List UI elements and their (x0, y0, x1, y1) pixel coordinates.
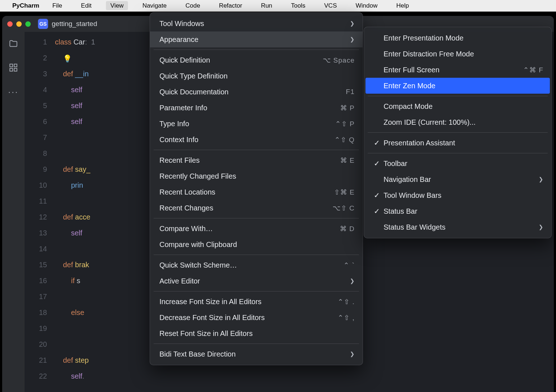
menu-item-compare-with[interactable]: Compare With…⌘ D (150, 221, 363, 237)
menu-item-recent-files[interactable]: Recent Files⌘ E (150, 152, 363, 168)
intention-bulb-icon[interactable]: 💡 (63, 51, 72, 67)
code-line[interactable]: self. (55, 368, 95, 384)
menubar-item-refactor[interactable]: Refactor (215, 1, 247, 10)
menu-item-quick-definition[interactable]: Quick Definition⌥ Space (150, 52, 363, 68)
menubar-item-code[interactable]: Code (181, 1, 205, 10)
menu-item-quick-switch-scheme[interactable]: Quick Switch Scheme…⌃ ` (150, 257, 363, 273)
menu-item-quick-type-definition[interactable]: Quick Type Definition (150, 68, 363, 84)
menu-item-enter-full-screen[interactable]: Enter Full Screen⌃⌘ F (364, 62, 551, 78)
menu-item-enter-presentation-mode[interactable]: Enter Presentation Mode (364, 30, 551, 46)
code-line[interactable] (55, 50, 95, 66)
code-line[interactable] (55, 241, 95, 257)
menu-item-decrease-font-size-in-all-editors[interactable]: Decrease Font Size in All Editors⌃⇧ , (150, 310, 363, 325)
code-line[interactable]: self (55, 225, 95, 241)
menu-item-label: Context Info (159, 136, 198, 144)
menu-separator (154, 344, 359, 344)
more-tools-icon[interactable]: ··· (8, 87, 18, 97)
code-line[interactable]: self (55, 114, 95, 129)
menubar-item-tools[interactable]: Tools (287, 1, 310, 10)
menu-item-recent-changes[interactable]: Recent Changes⌥⇧ C (150, 200, 363, 216)
checkmark-icon: ✓ (373, 139, 380, 147)
code-line[interactable]: self (55, 98, 95, 114)
appearance-submenu: Enter Presentation ModeEnter Distraction… (364, 27, 552, 238)
code-line[interactable]: prin (55, 177, 95, 193)
code-line[interactable]: def step (55, 352, 95, 368)
menu-item-compact-mode[interactable]: Compact Mode (364, 98, 551, 114)
window-maximize-button[interactable] (25, 21, 31, 27)
open-file-name[interactable]: getting_started (52, 20, 97, 28)
menu-shortcut: ⌃⌘ F (523, 66, 543, 74)
menu-item-recent-locations[interactable]: Recent Locations⇧⌘ E (150, 184, 363, 200)
menu-item-enter-zen-mode[interactable]: Enter Zen Mode (365, 78, 550, 94)
code-line[interactable] (55, 193, 95, 209)
window-minimize-button[interactable] (16, 21, 22, 27)
menu-item-toolbar[interactable]: ✓Toolbar (364, 155, 551, 171)
menu-item-label: Compare With… (159, 225, 213, 233)
menu-item-reset-font-size-in-all-editors[interactable]: Reset Font Size in All Editors (150, 325, 363, 341)
menubar-app-name[interactable]: PyCharm (12, 2, 39, 9)
menu-item-quick-documentation[interactable]: Quick DocumentationF1 (150, 84, 363, 100)
menubar-item-help[interactable]: Help (392, 1, 413, 10)
menu-item-zoom-ide-current-100[interactable]: Zoom IDE (Current: 100%)... (364, 114, 551, 130)
menu-item-type-info[interactable]: Type Info⌃⇧ P (150, 116, 363, 132)
menu-item-label: Enter Distraction Free Mode (384, 50, 474, 58)
menubar-item-edit[interactable]: Edit (77, 1, 96, 10)
menubar-item-run[interactable]: Run (257, 1, 277, 10)
checkmark-icon: ✓ (373, 159, 380, 168)
code-line[interactable]: else (55, 304, 95, 320)
menu-item-label: Quick Definition (159, 56, 210, 64)
menubar-item-vcs[interactable]: VCS (320, 1, 341, 10)
menu-item-enter-distraction-free-mode[interactable]: Enter Distraction Free Mode (364, 46, 551, 62)
menu-item-recently-changed-files[interactable]: Recently Changed Files (150, 168, 363, 184)
menubar-item-file[interactable]: File (48, 1, 67, 10)
code-area[interactable]: 💡 class Car: 1 def __in self self self d… (55, 32, 95, 392)
menu-item-presentation-assistant[interactable]: ✓Presentation Assistant (364, 135, 551, 151)
window-close-button[interactable] (7, 21, 13, 27)
code-line[interactable]: self (55, 82, 95, 98)
menu-separator (154, 255, 359, 255)
code-line[interactable]: class Car: 1 (55, 34, 95, 50)
menu-shortcut: ⌘ E (340, 156, 355, 165)
code-line[interactable]: def say_ (55, 161, 95, 177)
project-tool-icon[interactable] (9, 39, 18, 50)
code-line[interactable]: def brak (55, 257, 95, 273)
code-line[interactable]: if s (55, 273, 95, 289)
view-menu-dropdown: Tool Windows❯Appearance❯Quick Definition… (150, 12, 363, 365)
menu-item-label: Status Bar (384, 207, 417, 216)
menu-shortcut: ⌥ Space (323, 56, 355, 64)
menu-item-context-info[interactable]: Context Info⌃⇧ Q (150, 132, 363, 148)
menu-item-label: Active Editor (159, 277, 200, 285)
chevron-right-icon: ❯ (539, 176, 543, 183)
code-line[interactable] (55, 320, 95, 336)
menu-item-parameter-info[interactable]: Parameter Info⌘ P (150, 100, 363, 116)
menubar-item-window[interactable]: Window (351, 1, 382, 10)
menu-item-tool-windows[interactable]: Tool Windows❯ (150, 16, 363, 31)
menu-item-bidi-text-base-direction[interactable]: Bidi Text Base Direction❯ (150, 346, 363, 362)
code-line[interactable] (55, 336, 95, 352)
menu-shortcut: ⌥⇧ C (333, 204, 355, 212)
code-line[interactable] (55, 129, 95, 145)
menu-item-navigation-bar[interactable]: Navigation Bar❯ (364, 171, 551, 187)
code-line[interactable] (55, 289, 95, 304)
menu-item-active-editor[interactable]: Active Editor❯ (150, 273, 363, 289)
menu-item-label: Enter Full Screen (384, 66, 440, 74)
checkmark-icon: ✓ (373, 191, 380, 200)
menu-item-label: Bidi Text Base Direction (159, 350, 236, 358)
menubar-item-view[interactable]: View (106, 1, 128, 10)
menu-item-increase-font-size-in-all-editors[interactable]: Increase Font Size in All Editors⌃⇧ . (150, 294, 363, 310)
menu-shortcut: ⌃⇧ P (335, 120, 355, 128)
macos-menubar: PyCharm FileEditViewNavigateCodeRefactor… (0, 0, 556, 12)
menu-item-label: Tool Window Bars (384, 191, 441, 200)
menu-item-tool-window-bars[interactable]: ✓Tool Window Bars (364, 187, 551, 203)
menu-item-appearance[interactable]: Appearance❯ (150, 31, 363, 47)
menu-item-status-bar-widgets[interactable]: Status Bar Widgets❯ (364, 219, 551, 235)
code-line[interactable]: def acce (55, 209, 95, 225)
menu-item-status-bar[interactable]: ✓Status Bar (364, 203, 551, 219)
menu-item-compare-with-clipboard[interactable]: Compare with Clipboard (150, 237, 363, 252)
code-line[interactable]: def __in (55, 66, 95, 82)
menu-item-label: Navigation Bar (384, 175, 431, 184)
window-traffic-lights (7, 21, 31, 27)
menubar-item-navigate[interactable]: Navigate (138, 1, 171, 10)
code-line[interactable] (55, 145, 95, 161)
structure-tool-icon[interactable] (9, 63, 18, 74)
